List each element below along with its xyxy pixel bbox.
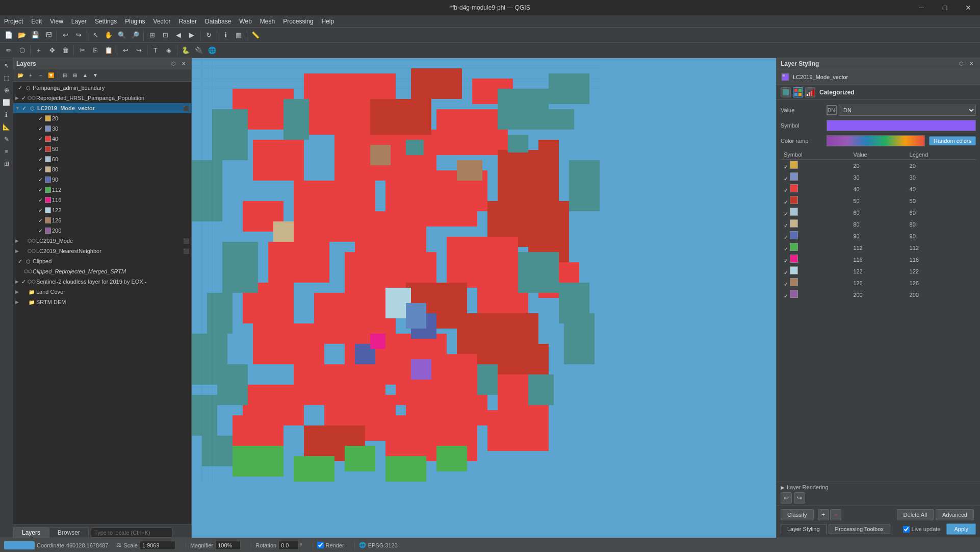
layer-check-lc50[interactable]: ✓ (37, 145, 44, 153)
move-feature-btn[interactable]: ✥ (46, 44, 58, 57)
zoom-out-btn[interactable]: 🔎 (129, 29, 141, 41)
legend-row[interactable]: ✓ 116 116 (781, 254, 976, 265)
categorized-btn[interactable] (793, 87, 803, 97)
cut-features-btn[interactable]: ✂ (76, 44, 88, 57)
layer-check-clipped[interactable]: ✓ (16, 258, 23, 265)
layer-item-lc-80[interactable]: ✓ 80 (13, 164, 191, 174)
node-tool[interactable]: ⬡ (16, 44, 28, 57)
maximize-button[interactable]: □ (933, 0, 957, 15)
layer-check-pampanga[interactable]: ✓ (16, 84, 23, 91)
zoom-extent-btn[interactable]: ⊞ (146, 29, 158, 41)
add-entry-btn[interactable]: + (818, 509, 829, 520)
random-colors-btn[interactable]: Random colors (929, 136, 976, 145)
select-tool[interactable]: ↖ (89, 29, 101, 41)
layer-check-srtm[interactable] (20, 298, 27, 306)
scale-input[interactable] (140, 541, 175, 550)
layer-item-clipped[interactable]: ✓ ⬡ Clipped (13, 256, 191, 266)
color-ramp-preview[interactable] (827, 135, 925, 146)
layer-check-lc80[interactable]: ✓ (37, 166, 44, 173)
live-update-checkbox[interactable] (903, 526, 910, 533)
move-up-btn[interactable]: ▲ (81, 71, 90, 80)
layer-item-lc-112[interactable]: ✓ 112 (13, 185, 191, 195)
save-project-btn[interactable]: 💾 (29, 29, 41, 41)
layer-check-clipped-reproj[interactable] (16, 268, 23, 275)
legend-row[interactable]: ✓ 60 60 (781, 207, 976, 218)
layer-check-lc20[interactable]: ✓ (37, 115, 44, 122)
save-as-btn[interactable]: 🖫 (42, 29, 55, 41)
layer-item-lc2019-nearest[interactable]: ▶ ⬡⬡ LC2019_NearestNeighbor ⬛ (13, 246, 191, 256)
remove-layer-btn[interactable]: − (36, 71, 45, 80)
info-btn[interactable]: ℹ (1, 109, 12, 120)
legend-row[interactable]: ✓ 20 20 (781, 160, 976, 172)
remove-entry-btn[interactable]: − (830, 509, 841, 520)
move-down-btn[interactable]: ▼ (91, 71, 100, 80)
layer-item-clipped-reprojected[interactable]: ⬡⬡ Clipped_Reprojected_Merged_SRTM (13, 266, 191, 277)
menu-mesh[interactable]: Mesh (256, 15, 279, 28)
legend-row[interactable]: ✓ 112 112 (781, 242, 976, 254)
layer-rendering-toggle[interactable]: ▶ Layer Rendering (781, 484, 976, 490)
styling-float-btn[interactable]: ⬡ (957, 60, 965, 68)
collapse-all-btn[interactable]: ⊟ (60, 71, 69, 80)
zoom-full-btn[interactable]: ⊕ (1, 85, 12, 96)
map-area[interactable] (192, 58, 776, 538)
layer-check-mode[interactable] (20, 237, 27, 244)
copy-features-btn[interactable]: ⎘ (89, 44, 101, 57)
legend-check[interactable]: ✓ (784, 234, 788, 240)
styling-close-btn[interactable]: ✕ (967, 60, 975, 68)
new-project-btn[interactable]: 📄 (3, 29, 15, 41)
open-layer-btn[interactable]: 📂 (16, 71, 25, 80)
pan-map-btn[interactable]: ↖ (1, 60, 12, 71)
layer-item-reprojected-hrsl[interactable]: ▶ ✓ ⬡⬡ Reprojected_HRSL_Pampanga_Populat… (13, 93, 191, 103)
menu-help[interactable]: Help (318, 15, 339, 28)
layer-collapse-btn[interactable]: ⬛ (183, 106, 189, 111)
legend-check[interactable]: ✓ (784, 293, 788, 299)
layer-item-lc-90[interactable]: ✓ 90 (13, 174, 191, 185)
legend-row[interactable]: ✓ 90 90 (781, 230, 976, 242)
zoom-fwd-btn[interactable]: ▶ (186, 29, 198, 41)
layer-check-lc116[interactable]: ✓ (37, 196, 44, 204)
menu-layer[interactable]: Layer (67, 15, 91, 28)
render-checkbox[interactable] (317, 542, 324, 548)
layer-check-lc60[interactable]: ✓ (37, 156, 44, 163)
menu-edit[interactable]: Edit (27, 15, 46, 28)
tab-processing-toolbox[interactable]: Processing Toolbox (829, 524, 890, 534)
rendering-redo-btn[interactable]: ↪ (794, 492, 805, 504)
menu-project[interactable]: Project (0, 15, 27, 28)
rendering-undo-btn[interactable]: ↩ (781, 492, 792, 504)
diagram-tool[interactable]: ◈ (163, 44, 175, 57)
layer-item-lc-200[interactable]: ✓ 200 (13, 225, 191, 236)
layer-item-lc-122[interactable]: ✓ 122 (13, 205, 191, 215)
attr-table-btn[interactable]: ▦ (233, 29, 245, 41)
single-symbol-btn[interactable] (781, 87, 791, 97)
menu-settings[interactable]: Settings (91, 15, 121, 28)
value-select[interactable]: DN (839, 105, 976, 116)
annotate-btn[interactable]: ✎ (1, 134, 12, 145)
tab-browser[interactable]: Browser (49, 527, 89, 538)
menu-vector[interactable]: Vector (149, 15, 175, 28)
layer-nearest-collapse[interactable]: ⬛ (183, 248, 189, 254)
refresh-btn[interactable]: ↻ (202, 29, 215, 41)
legend-row[interactable]: ✓ 50 50 (781, 195, 976, 207)
close-button[interactable]: ✕ (957, 0, 980, 15)
redo-btn[interactable]: ↪ (72, 29, 85, 41)
layer-item-lc-40[interactable]: ✓ 40 (13, 134, 191, 144)
menu-web[interactable]: Web (235, 15, 255, 28)
advanced-btn[interactable]: Advanced (936, 509, 974, 520)
layers-content[interactable]: ✓ ⬡ Pampanga_admin_boundary ▶ ✓ ⬡⬡ Repro… (13, 82, 191, 524)
legend-check[interactable]: ✓ (784, 175, 788, 182)
menu-processing[interactable]: Processing (279, 15, 317, 28)
legend-row[interactable]: ✓ 126 126 (781, 277, 976, 289)
new-group-btn[interactable]: + (26, 71, 35, 80)
legend-row[interactable]: ✓ 122 122 (781, 265, 976, 277)
rotation-input[interactable] (278, 541, 299, 550)
add-feature-btn[interactable]: + (33, 44, 45, 57)
tab-layer-styling[interactable]: Layer Styling (781, 524, 827, 534)
undo-btn[interactable]: ↩ (59, 29, 71, 41)
layer-check-lc126[interactable]: ✓ (37, 217, 44, 224)
layer-check-lc90[interactable]: ✓ (37, 176, 44, 183)
zoom-rect-btn[interactable]: ⬚ (1, 72, 12, 84)
layers-float-btn[interactable]: ⬡ (169, 60, 177, 68)
layer-check-sentinel[interactable]: ✓ (20, 278, 27, 285)
digitize-btn[interactable]: ✏ (3, 44, 15, 57)
delete-all-btn[interactable]: Delete All (897, 509, 934, 520)
